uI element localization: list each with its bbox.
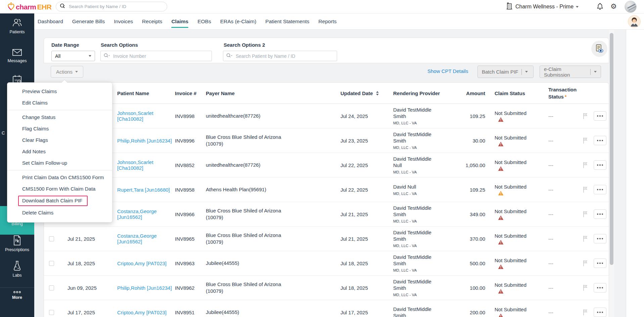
billing-tab[interactable]: EOBs bbox=[197, 13, 211, 30]
building-icon bbox=[506, 2, 513, 11]
view-claim-settings-button[interactable] bbox=[591, 41, 607, 57]
menu-item[interactable]: Preview Claims bbox=[7, 86, 112, 97]
charmehr-logo[interactable]: charmEHR bbox=[7, 2, 51, 12]
warning-triangle-icon[interactable] bbox=[498, 313, 545, 317]
row-checkbox[interactable] bbox=[49, 261, 54, 266]
eclaim-submission-button[interactable]: e-Claim Submission bbox=[540, 66, 601, 78]
flag-icon[interactable] bbox=[583, 137, 588, 144]
actions-dropdown-button[interactable]: Actions bbox=[51, 66, 83, 78]
sidebar-item-messages[interactable]: Messages bbox=[0, 48, 34, 63]
user-avatar[interactable] bbox=[625, 1, 637, 13]
warning-triangle-icon[interactable] bbox=[498, 289, 545, 294]
settings-gear-icon[interactable] bbox=[610, 2, 617, 11]
batch-claim-pif-button[interactable]: Batch Claim PIF bbox=[477, 66, 534, 78]
warning-triangle-icon[interactable] bbox=[498, 166, 545, 171]
warning-triangle-icon[interactable] bbox=[498, 117, 545, 122]
flag-icon[interactable] bbox=[583, 284, 588, 291]
payer-name: Blue Cross Blue Shiled of Arizona (10079… bbox=[206, 232, 281, 245]
menu-item[interactable]: Flag Claims bbox=[7, 123, 112, 134]
chevron-down-icon[interactable] bbox=[594, 71, 597, 73]
patient-link[interactable]: Criptoo,Amy [PAT023] bbox=[117, 261, 167, 266]
invoice-search-box[interactable] bbox=[100, 51, 212, 61]
row-actions-button[interactable] bbox=[594, 209, 606, 219]
menu-item[interactable]: CMS1500 Form With Claim Data bbox=[7, 183, 112, 195]
global-search-input[interactable] bbox=[69, 4, 167, 9]
vertical-scrollbar[interactable] bbox=[609, 30, 614, 317]
sidebar-label-messages: Messages bbox=[0, 58, 34, 63]
patient-link[interactable]: Johnson,Scarlet [Cha10082] bbox=[117, 159, 153, 171]
sidebar-item-prescriptions[interactable]: R Prescriptions bbox=[0, 235, 34, 252]
billing-tab[interactable]: Generate Bills bbox=[72, 13, 105, 30]
warning-triangle-icon[interactable] bbox=[498, 240, 545, 245]
assistant-avatar[interactable] bbox=[628, 15, 641, 28]
flag-icon[interactable] bbox=[583, 162, 588, 168]
menu-item[interactable]: Clear Flags bbox=[7, 134, 112, 146]
flag-cell bbox=[583, 211, 594, 217]
row-actions-button[interactable] bbox=[594, 308, 606, 317]
row-actions-button[interactable] bbox=[594, 185, 606, 194]
warning-triangle-icon[interactable] bbox=[498, 191, 545, 196]
updated-date-label: Updated Date bbox=[340, 90, 373, 96]
provider-line2: Smith bbox=[393, 211, 458, 217]
row-checkbox[interactable] bbox=[49, 236, 54, 241]
patient-link[interactable]: Philip,Rohith [Jun16234] bbox=[117, 285, 172, 291]
warning-triangle-icon[interactable] bbox=[498, 264, 545, 269]
row-actions-button[interactable] bbox=[594, 136, 606, 145]
billing-tab[interactable]: Receipts bbox=[142, 13, 162, 30]
row-checkbox[interactable] bbox=[49, 310, 54, 315]
row-actions-button[interactable] bbox=[594, 160, 606, 170]
billing-tab[interactable]: Dashboard bbox=[38, 13, 63, 30]
sidebar-item-labs[interactable]: Labs bbox=[0, 260, 34, 278]
flag-icon[interactable] bbox=[583, 113, 588, 119]
flag-icon[interactable] bbox=[583, 235, 588, 242]
sidebar-item-patients[interactable]: Patients bbox=[0, 17, 34, 34]
menu-item[interactable]: Print Claim Data On CMS1500 Form bbox=[7, 172, 112, 183]
patient-link[interactable]: Johnson,Scarlet [Cha10082] bbox=[117, 110, 153, 122]
menu-item[interactable]: Edit Claims bbox=[7, 97, 112, 110]
billing-tab[interactable]: Claims bbox=[171, 13, 188, 30]
patient-link[interactable]: Rupert,Tara [Jun16680] bbox=[117, 187, 170, 193]
chevron-down-icon[interactable] bbox=[525, 71, 528, 73]
billing-tab[interactable]: Patient Statements bbox=[265, 13, 309, 30]
menu-item[interactable]: Set Claim Follow-up bbox=[7, 157, 112, 170]
warning-triangle-icon[interactable] bbox=[498, 215, 545, 220]
warning-triangle-icon[interactable] bbox=[498, 142, 545, 147]
row-actions-button[interactable] bbox=[594, 234, 606, 243]
provider-line1: David TestMiddle bbox=[393, 306, 458, 312]
billing-tab[interactable]: Invoices bbox=[114, 13, 133, 30]
billing-tab[interactable]: Reports bbox=[318, 13, 336, 30]
payer-name: Jubilee(44555) bbox=[206, 260, 239, 267]
menu-item[interactable]: Download Batch Claim PIF bbox=[7, 195, 112, 207]
row-actions-button[interactable] bbox=[594, 111, 606, 121]
global-patient-search[interactable] bbox=[56, 2, 167, 11]
menu-item[interactable]: Add Notes bbox=[7, 146, 112, 157]
patient-link[interactable]: Philip,Rohith [Jun16234] bbox=[117, 138, 172, 144]
flag-icon[interactable] bbox=[583, 211, 588, 217]
payer-cell: Blue Cross Blue Shiled of Arizona (10079… bbox=[206, 232, 340, 245]
row-actions-button[interactable] bbox=[594, 283, 606, 292]
scrollbar-thumb[interactable] bbox=[610, 33, 613, 265]
menu-item[interactable]: Delete Claims bbox=[7, 207, 112, 219]
patient-link[interactable]: Costanza,George [Jun16562] bbox=[117, 233, 157, 244]
row-actions-button[interactable] bbox=[594, 259, 606, 268]
header-updated-date[interactable]: Updated Date bbox=[340, 90, 393, 96]
menu-item[interactable]: Change Status bbox=[7, 112, 112, 123]
patient-link[interactable]: Costanza,George [Jun16562] bbox=[117, 208, 157, 220]
patient-search-box[interactable] bbox=[223, 51, 337, 61]
invoice-search-input[interactable] bbox=[113, 53, 212, 59]
show-cpt-details-link[interactable]: Show CPT Details bbox=[427, 68, 468, 74]
date-range-select[interactable]: All bbox=[51, 51, 95, 61]
flag-icon[interactable] bbox=[583, 309, 588, 316]
patient-link[interactable]: Criptoo,Amy [PAT023] bbox=[117, 310, 167, 315]
patient-search-input[interactable] bbox=[236, 53, 337, 59]
billing-tab[interactable]: ERAs (e-Claim) bbox=[220, 13, 257, 30]
row-checkbox[interactable] bbox=[49, 285, 54, 290]
practice-switcher[interactable]: Charm Wellness - Prime bbox=[506, 0, 579, 13]
tab-label: Dashboard bbox=[38, 18, 63, 25]
sidebar-partial-label: C bbox=[2, 130, 5, 135]
notifications-bell-icon[interactable] bbox=[596, 3, 604, 12]
flag-icon[interactable] bbox=[583, 186, 588, 193]
sort-icon[interactable] bbox=[376, 91, 379, 95]
sidebar-item-more[interactable]: More bbox=[0, 290, 34, 300]
flag-icon[interactable] bbox=[583, 260, 588, 267]
